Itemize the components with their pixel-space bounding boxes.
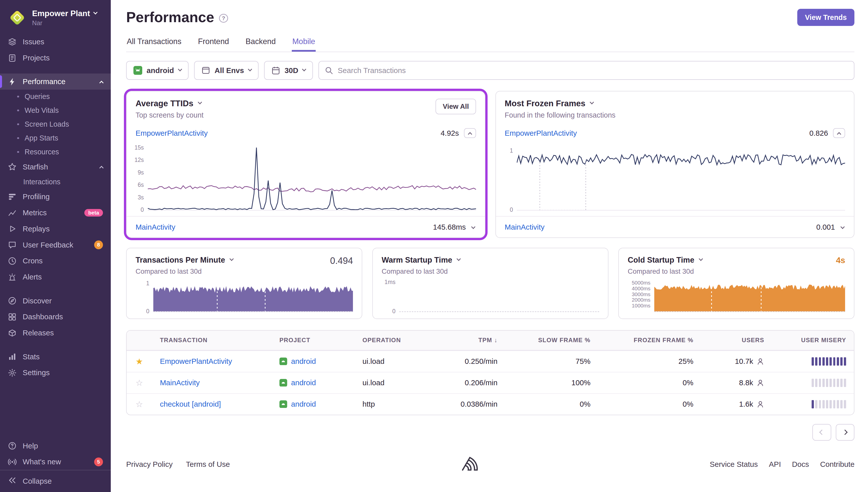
transaction-link[interactable]: EmpowerPlantActivity bbox=[160, 357, 232, 365]
sidebar-item-performance[interactable]: Performance bbox=[0, 74, 111, 90]
slow-frame-cell: 0% bbox=[506, 394, 599, 414]
sidebar-item-screen-loads[interactable]: Screen Loads bbox=[0, 117, 111, 131]
project-link[interactable]: android bbox=[291, 357, 316, 366]
sidebar-item-starfish[interactable]: Starfish bbox=[0, 159, 111, 175]
users-count: 8.8k bbox=[739, 378, 753, 387]
cold-startup-chart: 5000ms4000ms3000ms2000ms1000ms bbox=[628, 280, 845, 312]
sidebar-item-label: Crons bbox=[23, 256, 43, 265]
gear-icon bbox=[8, 368, 17, 377]
transaction-link[interactable]: EmpowerPlantActivity bbox=[135, 129, 208, 138]
view-all-button[interactable]: View All bbox=[435, 99, 476, 114]
star-toggle[interactable]: ★ bbox=[135, 356, 142, 366]
terms-of-use-link[interactable]: Terms of Use bbox=[186, 460, 230, 469]
sidebar-item-label: Replays bbox=[23, 225, 50, 233]
collapse-label: Collapse bbox=[23, 477, 52, 486]
next-page-button[interactable] bbox=[836, 424, 854, 441]
chart-plot bbox=[654, 280, 845, 312]
sidebar-item-label: Web Vitals bbox=[25, 106, 59, 115]
sidebar-item-alerts[interactable]: Alerts bbox=[0, 269, 111, 285]
column-header-users[interactable]: USERS bbox=[703, 330, 773, 350]
transaction-link[interactable]: EmpowerPlantActivity bbox=[505, 129, 577, 138]
sidebar-item-label: Starfish bbox=[23, 163, 48, 171]
previous-page-button[interactable] bbox=[812, 424, 831, 441]
sidebar-bottom: Help What's new 5 Collapse bbox=[0, 438, 111, 492]
widget-title-dropdown[interactable]: Transactions Per Minute bbox=[135, 255, 233, 265]
transaction-link[interactable]: checkout [android] bbox=[160, 400, 221, 408]
transaction-link[interactable]: MainActivity bbox=[160, 378, 200, 387]
project-link[interactable]: android bbox=[291, 400, 316, 409]
column-header-slow-frame[interactable]: SLOW FRAME % bbox=[506, 330, 599, 350]
collapse-toggle-button[interactable] bbox=[464, 128, 476, 138]
tab-backend[interactable]: Backend bbox=[245, 37, 276, 52]
tab-all-transactions[interactable]: All Transactions bbox=[126, 37, 182, 52]
sidebar-item-discover[interactable]: Discover bbox=[0, 293, 111, 309]
sidebar-item-dashboards[interactable]: Dashboards bbox=[0, 309, 111, 325]
table-row: ★ EmpowerPlantActivity android ui.load 0… bbox=[127, 350, 854, 372]
project-filter-dropdown[interactable]: android bbox=[126, 61, 188, 80]
column-header-transaction[interactable]: TRANSACTION bbox=[151, 330, 271, 350]
sidebar-collapse-button[interactable]: Collapse bbox=[0, 470, 111, 492]
sidebar-item-stats[interactable]: Stats bbox=[0, 349, 111, 365]
sidebar-item-issues[interactable]: Issues bbox=[0, 34, 111, 50]
sidebar-item-app-starts[interactable]: App Starts bbox=[0, 131, 111, 145]
search-box bbox=[318, 61, 854, 80]
sidebar-item-resources[interactable]: Resources bbox=[0, 145, 111, 159]
search-transactions-input[interactable] bbox=[318, 61, 854, 80]
tab-mobile[interactable]: Mobile bbox=[292, 37, 316, 52]
sidebar-item-settings[interactable]: Settings bbox=[0, 365, 111, 381]
android-icon bbox=[133, 66, 142, 75]
column-header-project[interactable]: PROJECT bbox=[271, 330, 354, 350]
star-toggle[interactable]: ☆ bbox=[135, 378, 142, 388]
sidebar-item-profiling[interactable]: Profiling bbox=[0, 189, 111, 205]
sidebar-item-user-feedback[interactable]: User Feedback 8 bbox=[0, 237, 111, 253]
star-toggle[interactable]: ☆ bbox=[135, 399, 142, 409]
widget-title-dropdown[interactable]: Cold Startup Time bbox=[628, 255, 703, 265]
collapse-toggle-button[interactable] bbox=[833, 128, 845, 138]
transaction-link[interactable]: MainActivity bbox=[505, 223, 544, 231]
sidebar-item-label: Dashboards bbox=[23, 313, 63, 321]
chevron-down-icon bbox=[302, 67, 306, 72]
expand-toggle-button[interactable] bbox=[471, 223, 476, 231]
docs-link[interactable]: Docs bbox=[792, 460, 809, 469]
sidebar-item-metrics[interactable]: Metrics beta bbox=[0, 205, 111, 221]
sidebar-item-interactions[interactable]: Interactions bbox=[0, 175, 111, 189]
project-link[interactable]: android bbox=[291, 378, 316, 387]
frozen-frame-cell: 0% bbox=[599, 394, 703, 414]
column-header-operation[interactable]: OPERATION bbox=[354, 330, 435, 350]
widget-subtitle: Top screens by count bbox=[135, 111, 203, 119]
sidebar-item-releases[interactable]: Releases bbox=[0, 325, 111, 341]
sidebar-item-replays[interactable]: Replays bbox=[0, 221, 111, 237]
transaction-link[interactable]: MainActivity bbox=[135, 223, 175, 231]
date-range-dropdown[interactable]: 30D bbox=[264, 61, 313, 80]
widget-title-dropdown[interactable]: Warm Startup Time bbox=[382, 255, 460, 265]
expand-toggle-button[interactable] bbox=[840, 223, 845, 231]
sidebar-item-queries[interactable]: Queries bbox=[0, 90, 111, 103]
privacy-policy-link[interactable]: Privacy Policy bbox=[126, 460, 173, 469]
widget-title-dropdown[interactable]: Average TTIDs bbox=[135, 99, 203, 108]
sidebar-item-projects[interactable]: Projects bbox=[0, 50, 111, 66]
service-status-link[interactable]: Service Status bbox=[710, 460, 758, 469]
help-tooltip-icon[interactable]: ? bbox=[219, 14, 228, 23]
sidebar-item-help[interactable]: Help bbox=[0, 438, 111, 454]
sidebar-item-whats-new[interactable]: What's new 5 bbox=[0, 454, 111, 470]
sidebar-spacer bbox=[0, 341, 111, 349]
column-header-tpm[interactable]: TPM ↓ bbox=[435, 330, 506, 350]
column-header-frozen-frame[interactable]: FROZEN FRAME % bbox=[599, 330, 703, 350]
widget-subtitle: Compared to last 30d bbox=[382, 267, 460, 275]
y-axis-labels: 1ms0 bbox=[382, 280, 399, 312]
sidebar-item-web-vitals[interactable]: Web Vitals bbox=[0, 103, 111, 117]
api-link[interactable]: API bbox=[769, 460, 781, 469]
contribute-link[interactable]: Contribute bbox=[820, 460, 854, 469]
bullet-icon bbox=[17, 151, 19, 153]
column-header-user-misery[interactable]: USER MISERY bbox=[773, 330, 854, 350]
count-badge: 8 bbox=[94, 241, 103, 249]
tab-frontend[interactable]: Frontend bbox=[197, 37, 230, 52]
environment-filter-dropdown[interactable]: All Envs bbox=[194, 61, 258, 80]
widget-value: 4s bbox=[836, 255, 845, 265]
chevron-down-icon bbox=[93, 10, 97, 15]
bullet-icon bbox=[17, 123, 19, 125]
widget-title-dropdown[interactable]: Most Frozen Frames bbox=[505, 99, 615, 108]
view-trends-button[interactable]: View Trends bbox=[797, 9, 854, 26]
sidebar-item-crons[interactable]: Crons bbox=[0, 253, 111, 269]
org-switcher[interactable]: Empower Plant Nar bbox=[0, 0, 111, 34]
